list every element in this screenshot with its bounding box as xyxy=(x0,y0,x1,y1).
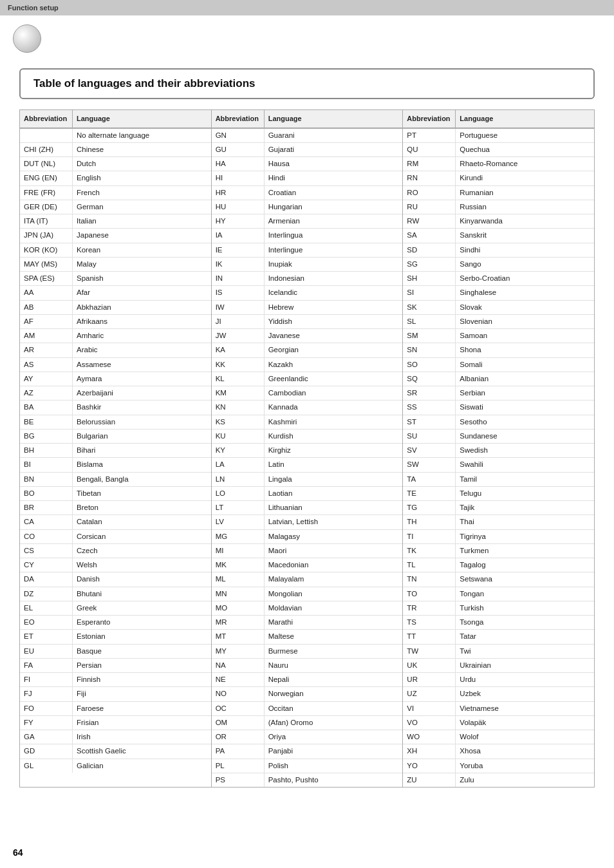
table-row: BIBislama xyxy=(20,458,211,472)
cell-language: Bashkir xyxy=(73,401,211,414)
table-row: TNSetswana xyxy=(403,572,594,587)
table-row: QUQuechua xyxy=(403,143,594,157)
table-row: SVSwedish xyxy=(403,444,594,458)
cell-abbreviation: IA xyxy=(212,229,265,242)
col1-header-lang: Language xyxy=(73,110,211,127)
cell-abbreviation: PA xyxy=(212,744,265,758)
table-row: SUSundanese xyxy=(403,429,594,444)
table-row: LTLithuanian xyxy=(212,501,403,515)
cell-language: Occitan xyxy=(265,702,403,715)
cell-language: Hindi xyxy=(265,171,403,185)
cell-abbreviation: SV xyxy=(403,444,456,457)
table-row: IKInupiak xyxy=(212,258,403,272)
cell-language: Uzbek xyxy=(456,687,594,701)
table-row: SKSlovak xyxy=(403,301,594,315)
cell-language: Chinese xyxy=(73,143,211,156)
cell-abbreviation: BE xyxy=(20,415,73,429)
table-row: BRBreton xyxy=(20,501,211,515)
cell-language: Tatar xyxy=(456,630,594,643)
cell-language: Latvian, Lettish xyxy=(265,515,403,529)
cell-abbreviation: JPN (JA) xyxy=(20,229,73,242)
cell-language: Hebrew xyxy=(265,301,403,314)
cell-abbreviation: IS xyxy=(212,286,265,299)
table-row: ETEstonian xyxy=(20,630,211,644)
cell-language: Hungarian xyxy=(265,200,403,214)
cell-language: Corsican xyxy=(73,530,211,543)
cell-abbreviation: RM xyxy=(403,157,456,171)
table-row: AMAmharic xyxy=(20,329,211,343)
table-title: Table of languages and their abbreviatio… xyxy=(33,77,581,90)
cell-abbreviation: IW xyxy=(212,301,265,314)
cell-language: Wolof xyxy=(456,730,594,744)
cell-language: Kurdish xyxy=(265,429,403,443)
cell-abbreviation: HY xyxy=(212,214,265,228)
cell-language: Twi xyxy=(456,645,594,658)
cell-abbreviation: KU xyxy=(212,429,265,443)
cell-language: German xyxy=(73,200,211,214)
table-row: FYFrisian xyxy=(20,716,211,730)
cell-abbreviation: OM xyxy=(212,716,265,730)
cell-language: Serbo-Croatian xyxy=(456,272,594,285)
table-row: FIFinnish xyxy=(20,673,211,687)
cell-language: Italian xyxy=(73,214,211,228)
cell-language: Malay xyxy=(73,258,211,271)
table-row: ELGreek xyxy=(20,601,211,616)
cell-language: Armenian xyxy=(265,214,403,228)
cell-abbreviation: KL xyxy=(212,372,265,386)
cell-language: Galician xyxy=(73,759,211,773)
table-row: EUBasque xyxy=(20,645,211,659)
table-row: TKTurkmen xyxy=(403,544,594,558)
logo-circle xyxy=(13,24,41,53)
table-row: MTMaltese xyxy=(212,630,403,644)
cell-language: Kirghiz xyxy=(265,444,403,457)
table-row: RURussian xyxy=(403,200,594,214)
cell-abbreviation: DUT (NL) xyxy=(20,157,73,171)
cell-language: Scottish Gaelic xyxy=(73,744,211,758)
cell-abbreviation: KM xyxy=(212,386,265,400)
table-row: AYAymara xyxy=(20,372,211,386)
cell-abbreviation: FJ xyxy=(20,687,73,701)
col3: Abbreviation Language PTPortugueseQUQuec… xyxy=(403,110,594,787)
cell-language: Breton xyxy=(73,501,211,514)
cell-language: Afar xyxy=(73,286,211,299)
cell-abbreviation: IN xyxy=(212,272,265,285)
table-row: BHBihari xyxy=(20,444,211,458)
cell-language: Bhutani xyxy=(73,587,211,601)
col3-header-abbr: Abbreviation xyxy=(403,110,456,127)
cell-language: Ukrainian xyxy=(456,659,594,672)
cell-abbreviation: FO xyxy=(20,702,73,715)
table-row: TGTajik xyxy=(403,501,594,515)
cell-language: Sango xyxy=(456,258,594,271)
cell-abbreviation: LO xyxy=(212,487,265,500)
cell-abbreviation: EL xyxy=(20,601,73,615)
table-row: LOLaotian xyxy=(212,487,403,501)
cell-abbreviation: EU xyxy=(20,645,73,658)
table-row: GDScottish Gaelic xyxy=(20,744,211,759)
col3-header: Abbreviation Language xyxy=(403,110,594,129)
cell-abbreviation: AA xyxy=(20,286,73,299)
cell-abbreviation: OC xyxy=(212,702,265,715)
table-row: UKUkrainian xyxy=(403,659,594,673)
table-row: HIHindi xyxy=(212,171,403,185)
cell-abbreviation: LT xyxy=(212,501,265,514)
cell-language: Albanian xyxy=(456,372,594,386)
cell-language: Rumanian xyxy=(456,186,594,200)
table-row: MIMaori xyxy=(212,544,403,558)
cell-language: Shona xyxy=(456,343,594,357)
table-row: DZBhutani xyxy=(20,587,211,601)
cell-abbreviation: UR xyxy=(403,673,456,686)
cell-abbreviation: CS xyxy=(20,544,73,558)
cell-abbreviation: SQ xyxy=(403,372,456,386)
cell-language: Panjabi xyxy=(265,744,403,758)
cell-abbreviation: GD xyxy=(20,744,73,758)
table-row: BNBengali, Bangla xyxy=(20,473,211,487)
table-row: BOTibetan xyxy=(20,487,211,501)
cell-language: Greek xyxy=(73,601,211,615)
cell-language: Croatian xyxy=(265,186,403,200)
table-row: AZAzerbaijani xyxy=(20,386,211,401)
cell-abbreviation: HU xyxy=(212,200,265,214)
table-row: ASAssamese xyxy=(20,358,211,372)
cell-abbreviation: IK xyxy=(212,258,265,271)
table-row: SOSomali xyxy=(403,358,594,372)
table-row: MRMarathi xyxy=(212,616,403,630)
